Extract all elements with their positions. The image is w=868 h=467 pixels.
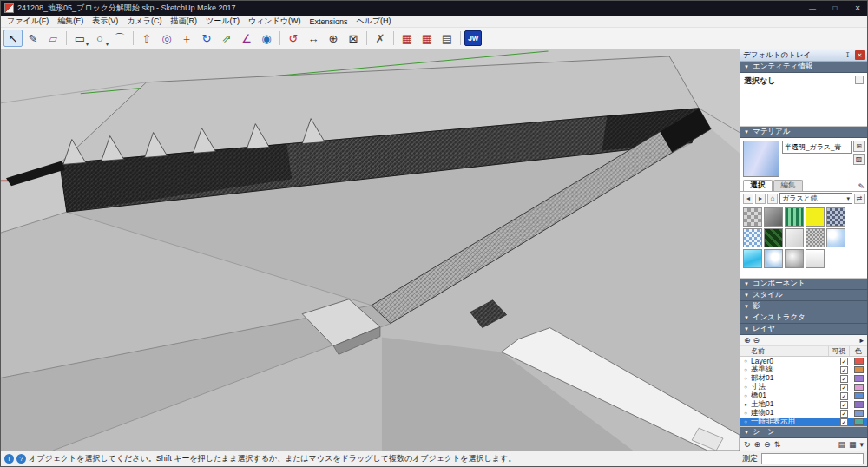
minimize-button[interactable]: — — [803, 1, 822, 16]
layer-radio[interactable]: ● — [740, 402, 751, 407]
layer-visible-checkbox[interactable]: ✓ — [840, 358, 848, 365]
move-tool[interactable]: ＋ — [177, 30, 196, 47]
remove-layer-button[interactable]: ⊖ — [753, 336, 760, 345]
material-swatch[interactable] — [806, 207, 825, 227]
layer-options-button[interactable]: ▸ — [859, 336, 864, 345]
layer-radio[interactable]: ○ — [740, 393, 751, 398]
paint-bucket-tool[interactable]: ◉ — [257, 30, 276, 47]
eraser-tool[interactable]: ▱ — [43, 30, 62, 47]
create-material-button[interactable]: ⊞ — [853, 141, 865, 152]
scene-view-thumbs-button[interactable]: ▦ — [849, 440, 857, 449]
menu-item[interactable]: 表示(V) — [88, 16, 122, 27]
layer-radio[interactable]: ○ — [740, 358, 751, 364]
layer-visible-checkbox[interactable]: ✓ — [840, 375, 848, 383]
scene-options-button[interactable]: ▾ — [859, 440, 864, 449]
layer-color-chip[interactable] — [854, 366, 864, 373]
material-category-dropdown[interactable]: ガラスと鏡 ▾ — [779, 193, 852, 204]
maximize-button[interactable]: □ — [825, 1, 845, 16]
scale-tool[interactable]: ⇗ — [217, 30, 236, 47]
materials-header[interactable]: ▼ マテリアル — [740, 127, 867, 138]
scene-move-button[interactable]: ⇅ — [774, 440, 781, 449]
layer-color-chip[interactable] — [854, 384, 864, 391]
material-swatch[interactable] — [764, 207, 783, 227]
zoom-extents-tool[interactable]: ⊠ — [344, 30, 363, 47]
layer-visible-checkbox[interactable]: ✓ — [840, 401, 848, 409]
layer-visible-checkbox[interactable]: ✓ — [840, 392, 848, 400]
menu-item[interactable]: Extensions — [305, 17, 352, 26]
material-swap-icon[interactable]: ⇄ — [854, 194, 865, 204]
forward-arrow-icon[interactable]: ▸ — [755, 194, 766, 204]
layer-radio[interactable]: ○ — [740, 367, 751, 372]
plugin-cube-icon-2[interactable]: ▦ — [418, 30, 437, 47]
pan-tool[interactable]: ↔ — [304, 30, 323, 47]
line-tool[interactable]: ✎ — [23, 30, 43, 47]
menu-item[interactable]: ファイル(F) — [3, 16, 53, 27]
measurement-input[interactable] — [761, 453, 864, 464]
material-swatch[interactable] — [764, 249, 783, 268]
material-swatch[interactable] — [785, 249, 804, 268]
layer-visible-checkbox[interactable]: ✓ — [840, 366, 848, 374]
menu-item[interactable]: カメラ(C) — [122, 16, 166, 27]
tray-close-icon[interactable]: ✕ — [855, 50, 865, 60]
pin-icon[interactable]: ↧ — [843, 51, 852, 59]
orbit-tool[interactable]: ↺ — [284, 30, 303, 47]
scene-update-button[interactable]: ↻ — [744, 440, 751, 449]
material-swatch[interactable] — [743, 228, 762, 247]
menu-item[interactable]: 描画(R) — [166, 16, 201, 27]
material-swatch[interactable] — [806, 249, 825, 268]
home-icon[interactable]: ⌂ — [767, 194, 778, 204]
tab-edit[interactable]: 編集 — [773, 180, 803, 191]
scene-add-button[interactable]: ⊕ — [754, 440, 761, 449]
menu-item[interactable]: ツール(T) — [201, 16, 244, 27]
menu-item[interactable]: ウィンドウ(W) — [244, 16, 306, 27]
material-swatch[interactable] — [743, 207, 762, 227]
material-swatch[interactable] — [785, 207, 804, 227]
circle-tool[interactable]: ○ — [90, 30, 109, 47]
arc-tool[interactable]: ⌒ — [110, 30, 129, 47]
rectangle-tool[interactable]: ▭ — [70, 30, 89, 47]
menu-item[interactable]: ヘルプ(H) — [352, 16, 395, 27]
tape-measure-tool[interactable]: ∠ — [237, 30, 256, 47]
layer-color-chip[interactable] — [854, 410, 864, 417]
layer-visible-checkbox[interactable]: ✓ — [840, 384, 848, 391]
export-icon[interactable]: ▤ — [437, 30, 457, 47]
close-button[interactable]: ✕ — [848, 1, 867, 16]
components-section-header[interactable]: ▼ コンポーネント — [740, 279, 867, 290]
info-icon[interactable]: i — [4, 454, 14, 464]
layer-radio[interactable]: ○ — [740, 376, 751, 381]
material-name-input[interactable] — [782, 141, 852, 154]
back-arrow-icon[interactable]: ◂ — [743, 194, 753, 204]
pushpull-tool[interactable]: ⇧ — [137, 30, 156, 47]
help-icon[interactable]: ? — [16, 454, 26, 464]
material-details-button[interactable]: ▨ — [853, 154, 865, 165]
material-swatch[interactable] — [826, 228, 845, 247]
material-swatch[interactable] — [785, 228, 804, 247]
tab-select[interactable]: 選択 — [743, 180, 773, 191]
styles-section-header[interactable]: ▼ スタイル — [740, 290, 867, 301]
layer-radio[interactable]: ○ — [740, 411, 751, 416]
layer-color-chip[interactable] — [854, 418, 864, 425]
layer-radio[interactable]: ○ — [740, 385, 751, 390]
3d-viewport[interactable] — [1, 49, 740, 451]
scenes-header[interactable]: ▼ シーン — [740, 427, 867, 438]
entity-lock-icon[interactable] — [855, 76, 864, 84]
jw-cad-button[interactable]: Jw — [464, 30, 482, 46]
offset-tool[interactable]: ◎ — [157, 30, 176, 47]
zoom-tool[interactable]: ⊕ — [324, 30, 343, 47]
layer-color-chip[interactable] — [854, 375, 864, 382]
material-swatch[interactable] — [806, 228, 825, 247]
sample-paint-icon[interactable]: ✎ — [858, 182, 865, 191]
layer-color-chip[interactable] — [854, 392, 864, 399]
plugin-cube-icon[interactable]: ▦ — [398, 30, 417, 47]
add-layer-button[interactable]: ⊕ — [744, 336, 751, 345]
material-swatch[interactable] — [826, 207, 845, 227]
layer-color-chip[interactable] — [854, 401, 864, 408]
scene-remove-button[interactable]: ⊖ — [764, 440, 771, 449]
instructor-section-header[interactable]: ▼ インストラクタ — [740, 312, 867, 324]
shadows-section-header[interactable]: ▼ 影 — [740, 301, 867, 312]
delete-guides-tool[interactable]: ✗ — [371, 30, 390, 47]
layer-color-chip[interactable] — [854, 358, 864, 365]
menu-item[interactable]: 編集(E) — [53, 16, 88, 27]
viewport-canvas[interactable] — [1, 49, 740, 451]
layer-row-ichiji-hihyouji[interactable]: ○ 一時非表示用 ✓ — [740, 418, 867, 426]
